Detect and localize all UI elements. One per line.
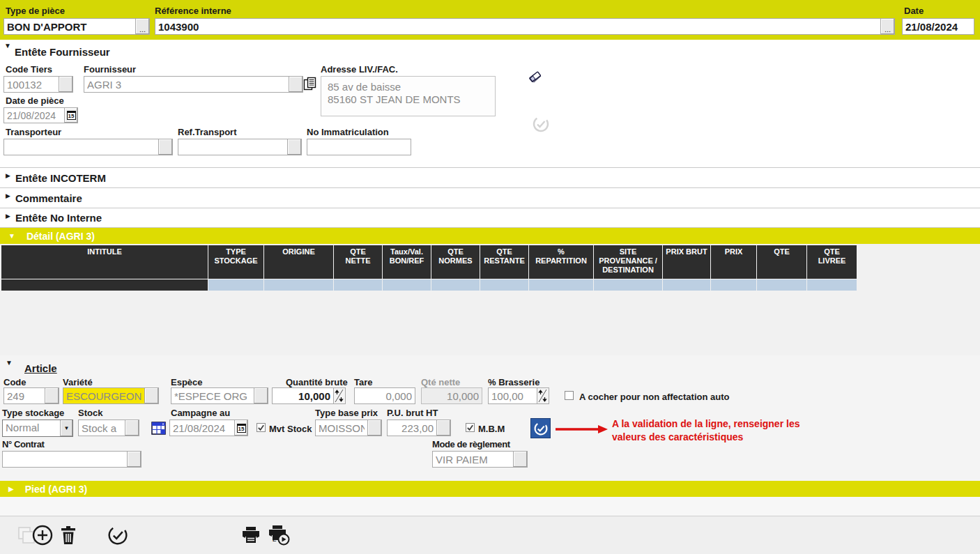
no-immatriculation-input[interactable] (307, 139, 411, 155)
table-cell[interactable] (1, 279, 208, 291)
section-entete-no-interne[interactable]: ▶ Entête No Interne (0, 208, 980, 228)
code-tiers-input[interactable] (3, 76, 59, 93)
contrat-lookup-button[interactable] (128, 451, 141, 468)
table-cell[interactable] (807, 279, 857, 291)
expanded-triangle-icon[interactable]: ▼ (6, 359, 13, 367)
section-detail-bar[interactable]: ▼ Détail (AGRI 3) (0, 228, 980, 244)
column-header[interactable]: PRIX BRUT (663, 245, 710, 279)
table-cell[interactable] (264, 279, 333, 291)
no-immatriculation-field-group (307, 139, 411, 155)
fournisseur-lookup-button[interactable] (289, 76, 303, 93)
pu-brut-input[interactable] (387, 420, 437, 436)
column-header[interactable]: QTE LIVREE (807, 245, 857, 279)
date-piece-calendar-button[interactable]: 15 (65, 107, 78, 123)
column-header[interactable]: ORIGINE (264, 245, 333, 279)
column-header[interactable]: % REPARTITION (529, 245, 593, 279)
print-button[interactable] (239, 523, 263, 547)
table-cell[interactable] (711, 279, 756, 291)
stock-lookup-button[interactable] (125, 420, 139, 436)
stock-window-icon[interactable] (151, 422, 166, 438)
campagne-input[interactable] (169, 420, 235, 436)
calendar-icon: 15 (67, 111, 76, 120)
table-cell[interactable] (480, 279, 528, 291)
transporteur-lookup-button[interactable] (159, 139, 173, 155)
type-piece-lookup-button[interactable]: ... (136, 18, 150, 35)
espece-lookup-button[interactable] (254, 387, 268, 404)
column-header[interactable]: Taux/Val. BON/REF (383, 245, 431, 279)
mode-reglement-input[interactable] (432, 451, 514, 468)
section-entete-fournisseur-title[interactable]: Entête Fournisseur (15, 46, 110, 58)
copy-address-icon[interactable] (303, 77, 317, 95)
quantite-brute-input[interactable] (272, 387, 334, 404)
type-stockage-select[interactable]: Normal ▼ (2, 420, 73, 437)
espece-input[interactable] (171, 387, 254, 404)
brasserie-input[interactable] (488, 387, 537, 404)
add-line-button[interactable] (31, 523, 54, 547)
mode-reglement-lookup-button[interactable] (514, 451, 528, 468)
campagne-calendar-button[interactable]: 15 (235, 420, 248, 436)
column-header[interactable]: TYPE STOCKAGE (208, 245, 263, 279)
section-article-title[interactable]: Article (24, 362, 57, 374)
detail-table-empty-row[interactable] (1, 279, 857, 291)
code-tiers-lookup-button[interactable] (59, 76, 73, 93)
column-header[interactable]: INTITULE (1, 245, 208, 279)
brasserie-label: % Brasserie (488, 377, 539, 387)
date-piece-input[interactable] (3, 107, 65, 123)
variete-lookup-button[interactable] (145, 387, 159, 404)
pu-brut-lookup-button[interactable] (437, 420, 451, 436)
fournisseur-input[interactable] (84, 76, 289, 93)
non-affectation-checkbox[interactable] (565, 391, 574, 400)
contrat-input[interactable] (2, 451, 128, 468)
section-pied-bar[interactable]: ▶ Pied (AGRI 3) (0, 481, 980, 497)
column-header[interactable]: SITE PROVENANCE / DESTINATION (594, 245, 662, 279)
type-base-prix-input[interactable] (315, 420, 368, 436)
delete-line-button[interactable] (56, 523, 80, 547)
ref-transport-lookup-button[interactable] (288, 139, 302, 155)
reference-lookup-button[interactable]: ... (881, 18, 895, 35)
table-cell[interactable] (663, 279, 710, 291)
eraser-icon[interactable] (528, 70, 543, 86)
column-header[interactable]: QTE NETTE (334, 245, 382, 279)
code-lookup-button[interactable] (45, 387, 59, 404)
date-field-group (902, 18, 974, 35)
stock-field-group (78, 420, 139, 436)
print-run-button[interactable]: E (267, 523, 291, 547)
validate-document-button[interactable] (106, 523, 130, 547)
table-cell[interactable] (594, 279, 662, 291)
mbm-checkbox[interactable] (466, 423, 475, 432)
type-piece-input[interactable] (3, 18, 136, 35)
stock-input[interactable] (78, 420, 125, 436)
type-base-prix-lookup-button[interactable] (368, 420, 382, 436)
table-cell[interactable] (208, 279, 263, 291)
transporteur-input[interactable] (3, 139, 159, 155)
code-input[interactable] (3, 387, 45, 404)
espece-field-group (171, 387, 268, 404)
table-cell[interactable] (757, 279, 806, 291)
table-cell[interactable] (431, 279, 480, 291)
section-commentaire[interactable]: ▶ Commentaire (0, 187, 980, 208)
quantite-brute-spinner[interactable] (334, 387, 346, 404)
pu-brut-field-group (387, 420, 451, 436)
transporteur-field-group (3, 139, 173, 155)
tare-input[interactable] (354, 387, 415, 404)
table-cell[interactable] (383, 279, 431, 291)
validate-line-button[interactable] (530, 418, 551, 438)
table-cell[interactable] (529, 279, 593, 291)
table-cell[interactable] (334, 279, 382, 291)
expanded-triangle-icon[interactable]: ▼ (4, 42, 11, 49)
qte-nette-input[interactable] (421, 387, 482, 404)
ref-transport-input[interactable] (178, 139, 288, 155)
date-input[interactable] (902, 18, 974, 35)
column-header[interactable]: QTE RESTANTE (480, 245, 528, 279)
section-entete-incoterm[interactable]: ▶ Entête INCOTERM (0, 167, 980, 187)
column-header[interactable]: QTE (757, 245, 806, 279)
reference-input[interactable] (155, 18, 881, 35)
column-header[interactable]: QTE NORMES (431, 245, 480, 279)
chevron-down-icon[interactable]: ▼ (60, 420, 72, 436)
brasserie-spinner[interactable] (537, 387, 549, 404)
mvt-stock-checkbox[interactable] (257, 423, 266, 432)
column-header[interactable]: PRIX (711, 245, 756, 279)
annotation-arrow-icon (556, 424, 608, 437)
adresse-label: Adresse LIV./FAC. (321, 64, 398, 75)
variete-input[interactable] (63, 387, 145, 404)
